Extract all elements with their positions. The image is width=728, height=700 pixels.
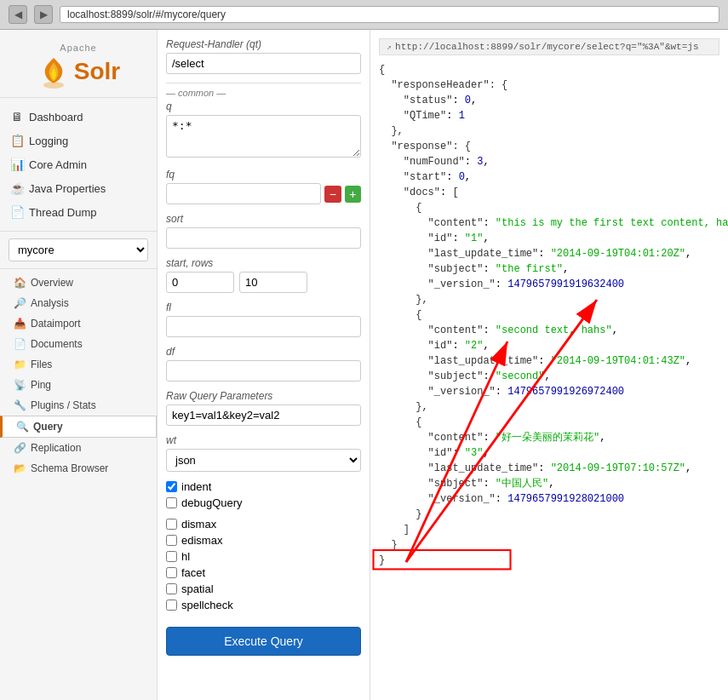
core-nav-ping[interactable]: 📡 Ping bbox=[0, 375, 157, 395]
fq-row: − + bbox=[166, 183, 361, 204]
java-properties-label: Java Properties bbox=[29, 182, 106, 195]
logo-area: Apache Solr bbox=[0, 30, 157, 98]
sidebar-item-logging[interactable]: 📋 Logging bbox=[0, 129, 157, 152]
core-nav-dataimport[interactable]: 📥 Dataimport bbox=[0, 313, 157, 334]
core-nav-query[interactable]: 🔍 Query bbox=[0, 416, 157, 438]
fq-label: fq bbox=[166, 169, 361, 181]
debug-checkbox[interactable] bbox=[166, 497, 177, 508]
nav-menu: 🖥 Dashboard 📋 Logging 📊 Core Admin ☕ Jav… bbox=[0, 98, 157, 232]
core-nav-files[interactable]: 📁 Files bbox=[0, 354, 157, 375]
start-rows-inputs bbox=[166, 272, 361, 293]
wt-group: wt json xml python ruby php csv bbox=[166, 434, 361, 472]
rows-input[interactable] bbox=[239, 272, 307, 293]
query-icon: 🔍 bbox=[16, 421, 28, 433]
fq-group: fq − + bbox=[166, 169, 361, 204]
url-icon: ↗ bbox=[387, 42, 392, 52]
thread-dump-icon: 📄 bbox=[10, 205, 24, 219]
hl-row: hl bbox=[166, 550, 361, 563]
dataimport-icon: 📥 bbox=[14, 318, 26, 330]
schema-browser-label: Schema Browser bbox=[31, 462, 108, 474]
sidebar-item-thread-dump[interactable]: 📄 Thread Dump bbox=[0, 200, 157, 224]
plugins-icon: 🔧 bbox=[14, 399, 26, 411]
dismax-checkbox[interactable] bbox=[166, 519, 177, 530]
fq-input[interactable] bbox=[166, 183, 321, 204]
core-selector-area: mycore bbox=[0, 232, 157, 269]
sort-input[interactable] bbox=[166, 227, 361, 249]
analysis-label: Analysis bbox=[31, 297, 69, 309]
files-icon: 📁 bbox=[14, 359, 26, 370]
facet-row: facet bbox=[166, 566, 361, 579]
core-nav-plugins-stats[interactable]: 🔧 Plugins / Stats bbox=[0, 395, 157, 416]
replication-icon: 🔗 bbox=[14, 442, 26, 454]
wt-select[interactable]: json xml python ruby php csv bbox=[166, 449, 361, 472]
fq-minus-button[interactable]: − bbox=[324, 186, 341, 203]
hl-label: hl bbox=[181, 550, 190, 563]
handler-input[interactable] bbox=[166, 53, 361, 74]
spatial-label: spatial bbox=[181, 582, 214, 595]
q-label: q bbox=[166, 100, 361, 112]
forward-button[interactable]: ▶ bbox=[34, 5, 53, 24]
start-rows-group: start, rows bbox=[166, 257, 361, 293]
query-panel: Request-Handler (qt) — common — q *:* fq… bbox=[158, 30, 370, 700]
response-url-bar: ↗ http://localhost:8899/solr/mycore/sele… bbox=[379, 38, 719, 55]
solr-logo: Apache Solr bbox=[37, 43, 120, 89]
logging-icon: 📋 bbox=[10, 134, 24, 147]
documents-icon: 📄 bbox=[14, 338, 26, 350]
sidebar-item-dashboard[interactable]: 🖥 Dashboard bbox=[0, 105, 157, 129]
sidebar-item-java-properties[interactable]: ☕ Java Properties bbox=[0, 176, 157, 200]
dashboard-icon: 🖥 bbox=[10, 110, 24, 123]
solr-label: Solr bbox=[74, 60, 120, 83]
q-input[interactable]: *:* bbox=[166, 115, 361, 158]
q-group: q *:* bbox=[166, 100, 361, 160]
df-group: df bbox=[166, 346, 361, 382]
debug-row: debugQuery bbox=[166, 496, 361, 509]
thread-dump-label: Thread Dump bbox=[29, 206, 96, 219]
overview-icon: 🏠 bbox=[14, 277, 26, 289]
dashboard-label: Dashboard bbox=[29, 111, 83, 123]
java-properties-icon: ☕ bbox=[10, 181, 24, 195]
sidebar-item-core-admin[interactable]: 📊 Core Admin bbox=[0, 152, 157, 176]
url-bar[interactable]: localhost:8899/solr/#/mycore/query bbox=[60, 6, 719, 23]
edismax-row: edismax bbox=[166, 534, 361, 547]
query-label: Query bbox=[33, 421, 63, 433]
options-group: indent debugQuery bbox=[166, 480, 361, 509]
facet-checkbox[interactable] bbox=[166, 567, 177, 578]
back-button[interactable]: ◀ bbox=[9, 5, 27, 24]
core-dropdown[interactable]: mycore bbox=[9, 238, 148, 261]
spellcheck-checkbox[interactable] bbox=[166, 600, 177, 611]
core-nav-schema-browser[interactable]: 📂 Schema Browser bbox=[0, 458, 157, 479]
core-nav-documents[interactable]: 📄 Documents bbox=[0, 334, 157, 354]
sort-label: sort bbox=[166, 213, 361, 225]
main-content: Request-Handler (qt) — common — q *:* fq… bbox=[158, 30, 728, 700]
sidebar: Apache Solr 🖥 Dashboard 📋 bbox=[0, 30, 158, 700]
spellcheck-row: spellcheck bbox=[166, 599, 361, 611]
app-container: Apache Solr 🖥 Dashboard 📋 bbox=[0, 30, 728, 700]
ping-label: Ping bbox=[31, 379, 51, 391]
sort-group: sort bbox=[166, 213, 361, 249]
hl-checkbox[interactable] bbox=[166, 551, 177, 562]
core-nav-overview[interactable]: 🏠 Overview bbox=[0, 273, 157, 293]
core-nav-analysis[interactable]: 🔎 Analysis bbox=[0, 293, 157, 313]
fl-input[interactable] bbox=[166, 316, 361, 337]
fq-plus-button[interactable]: + bbox=[345, 186, 362, 203]
indent-checkbox[interactable] bbox=[166, 481, 177, 492]
fl-label: fl bbox=[166, 301, 361, 313]
json-output: { "responseHeader": { "status": 0, "QTim… bbox=[379, 62, 719, 568]
raw-params-input[interactable] bbox=[166, 405, 361, 426]
raw-params-group: Raw Query Parameters bbox=[166, 390, 361, 426]
schema-browser-icon: 📂 bbox=[14, 462, 26, 474]
start-input[interactable] bbox=[166, 272, 234, 293]
documents-label: Documents bbox=[31, 338, 83, 350]
extra-options-group: dismax edismax hl facet spatial bbox=[166, 518, 361, 611]
wt-label: wt bbox=[166, 434, 361, 446]
common-label: — common — bbox=[166, 83, 361, 98]
execute-query-button[interactable]: Execute Query bbox=[166, 627, 361, 656]
spatial-checkbox[interactable] bbox=[166, 583, 177, 594]
fl-group: fl bbox=[166, 301, 361, 337]
dataimport-label: Dataimport bbox=[31, 318, 81, 330]
debug-label: debugQuery bbox=[181, 496, 243, 509]
core-nav: 🏠 Overview 🔎 Analysis 📥 Dataimport 📄 Doc… bbox=[0, 269, 157, 482]
df-input[interactable] bbox=[166, 360, 361, 382]
core-nav-replication[interactable]: 🔗 Replication bbox=[0, 438, 157, 458]
edismax-checkbox[interactable] bbox=[166, 535, 177, 546]
